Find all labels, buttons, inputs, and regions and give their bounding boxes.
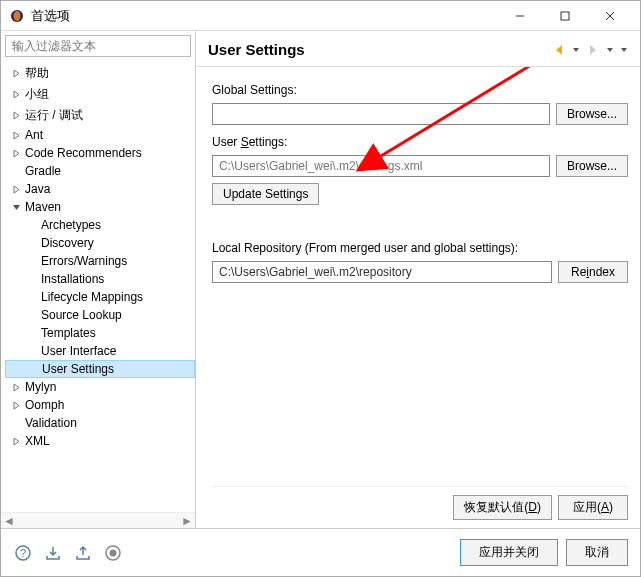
tree-item-installations[interactable]: Installations: [5, 270, 195, 288]
tree-item-java[interactable]: Java: [5, 180, 195, 198]
tree-item-source-lookup[interactable]: Source Lookup: [5, 306, 195, 324]
tree-item-label: Java: [23, 182, 50, 196]
scroll-right-icon[interactable]: ►: [179, 513, 195, 528]
tree-item-label: Templates: [39, 326, 96, 340]
global-settings-input[interactable]: [212, 103, 550, 125]
chevron-none: [9, 164, 23, 178]
close-button[interactable]: [587, 2, 632, 30]
dialog-body: 帮助小组运行 / 调试AntCode RecommendersGradleJav…: [1, 31, 640, 528]
export-icon[interactable]: [73, 543, 93, 563]
nav-controls: [552, 43, 628, 57]
chevron-right-icon[interactable]: [9, 182, 23, 196]
tree-item-discovery[interactable]: Discovery: [5, 234, 195, 252]
browse-user-button[interactable]: Browse...: [556, 155, 628, 177]
tree-item--[interactable]: 运行 / 调试: [5, 105, 195, 126]
chevron-none: [25, 308, 39, 322]
tree-item-ant[interactable]: Ant: [5, 126, 195, 144]
preferences-dialog: 首选项 帮助小组运行 / 调试AntCode RecommendersGradl…: [0, 0, 641, 577]
tree-item-label: User Interface: [39, 344, 116, 358]
minimize-button[interactable]: [497, 2, 542, 30]
apply-button[interactable]: 应用(A): [558, 495, 628, 520]
tree-item-label: Mylyn: [23, 380, 56, 394]
chevron-none: [25, 326, 39, 340]
local-repo-label: Local Repository (From merged user and g…: [212, 241, 628, 255]
update-settings-row: Update Settings: [212, 183, 628, 205]
chevron-none: [26, 362, 40, 376]
main-panel: User Settings Global Settings: B: [196, 31, 640, 528]
tree-item-code-recommenders[interactable]: Code Recommenders: [5, 144, 195, 162]
tree-item-errors-warnings[interactable]: Errors/Warnings: [5, 252, 195, 270]
tree-item-label: Source Lookup: [39, 308, 122, 322]
page-title: User Settings: [208, 41, 552, 58]
tree-item--[interactable]: 帮助: [5, 63, 195, 84]
user-settings-row: Browse...: [212, 155, 628, 177]
svg-point-10: [110, 549, 117, 556]
tree-item-label: Maven: [23, 200, 61, 214]
tree-item-label: Lifecycle Mappings: [39, 290, 143, 304]
footer: ? 应用并关闭 取消: [1, 528, 640, 576]
restore-defaults-button[interactable]: 恢复默认值(D): [453, 495, 552, 520]
maximize-button[interactable]: [542, 2, 587, 30]
preferences-tree[interactable]: 帮助小组运行 / 调试AntCode RecommendersGradleJav…: [1, 61, 195, 512]
tree-item-oomph[interactable]: Oomph: [5, 396, 195, 414]
tree-item-gradle[interactable]: Gradle: [5, 162, 195, 180]
footer-icons: ?: [13, 543, 123, 563]
chevron-right-icon[interactable]: [9, 398, 23, 412]
chevron-down-icon[interactable]: [9, 200, 23, 214]
filter-input[interactable]: [5, 35, 191, 57]
record-icon[interactable]: [103, 543, 123, 563]
local-repo-input: [212, 261, 552, 283]
tree-item-label: 运行 / 调试: [23, 107, 83, 124]
tree-item-archetypes[interactable]: Archetypes: [5, 216, 195, 234]
chevron-right-icon[interactable]: [9, 146, 23, 160]
reindex-button[interactable]: Reindex: [558, 261, 628, 283]
update-settings-button[interactable]: Update Settings: [212, 183, 319, 205]
tree-item-label: Gradle: [23, 164, 61, 178]
chevron-right-icon[interactable]: [9, 128, 23, 142]
tree-item-label: 帮助: [23, 65, 49, 82]
cancel-button[interactable]: 取消: [566, 539, 628, 566]
tree-item-user-interface[interactable]: User Interface: [5, 342, 195, 360]
scroll-left-icon[interactable]: ◄: [1, 513, 17, 528]
chevron-right-icon[interactable]: [9, 67, 23, 81]
tree-item-templates[interactable]: Templates: [5, 324, 195, 342]
tree-item--[interactable]: 小组: [5, 84, 195, 105]
tree-item-user-settings[interactable]: User Settings: [5, 360, 195, 378]
svg-point-1: [14, 11, 21, 21]
browse-global-button[interactable]: Browse...: [556, 103, 628, 125]
import-icon[interactable]: [43, 543, 63, 563]
chevron-right-icon[interactable]: [9, 380, 23, 394]
horizontal-scrollbar[interactable]: ◄ ►: [1, 512, 195, 528]
chevron-none: [25, 290, 39, 304]
tree-item-maven[interactable]: Maven: [5, 198, 195, 216]
chevron-right-icon[interactable]: [9, 109, 23, 123]
tree-item-lifecycle-mappings[interactable]: Lifecycle Mappings: [5, 288, 195, 306]
forward-button[interactable]: [586, 43, 600, 57]
tree-item-label: Archetypes: [39, 218, 101, 232]
help-icon[interactable]: ?: [13, 543, 33, 563]
back-menu-button[interactable]: [572, 46, 580, 54]
tree-item-validation[interactable]: Validation: [5, 414, 195, 432]
user-settings-input[interactable]: [212, 155, 550, 177]
window-controls: [497, 2, 632, 30]
chevron-right-icon[interactable]: [9, 434, 23, 448]
tree-item-label: Oomph: [23, 398, 64, 412]
user-settings-label: User Settings:: [212, 135, 628, 149]
apply-close-button[interactable]: 应用并关闭: [460, 539, 558, 566]
chevron-right-icon[interactable]: [9, 88, 23, 102]
chevron-none: [25, 254, 39, 268]
forward-menu-button[interactable]: [606, 46, 614, 54]
tree-item-label: User Settings: [40, 362, 114, 376]
tree-item-mylyn[interactable]: Mylyn: [5, 378, 195, 396]
global-settings-row: Browse...: [212, 103, 628, 125]
spacer: [212, 211, 628, 231]
chevron-none: [9, 416, 23, 430]
back-button[interactable]: [552, 43, 566, 57]
chevron-none: [25, 272, 39, 286]
page-menu-button[interactable]: [620, 46, 628, 54]
eclipse-icon: [9, 8, 25, 24]
chevron-none: [25, 236, 39, 250]
tree-item-xml[interactable]: XML: [5, 432, 195, 450]
chevron-none: [25, 344, 39, 358]
tree-item-label: 小组: [23, 86, 49, 103]
